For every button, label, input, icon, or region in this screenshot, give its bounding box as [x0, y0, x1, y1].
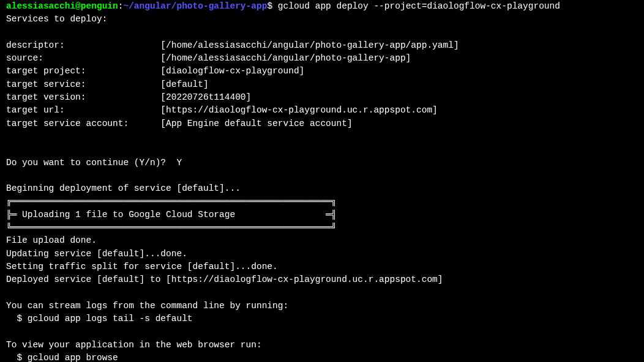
box-bottom: ╚═══════════════════════════════════════…	[6, 223, 337, 232]
terminal-output[interactable]: alessiasacchi@penguin:~/angular/photo-ga…	[6, 0, 638, 362]
beginning-line: Beginning deployment of service [default…	[6, 183, 241, 193]
target-project-line: target project: [diaologflow-cx-playgrou…	[6, 66, 304, 76]
target-sa-line: target service account: [App Engine defa…	[6, 119, 353, 128]
stream-logs-line: You can stream logs from the command lin…	[6, 301, 288, 311]
source-line: source: [/home/alessiasacchi/angular/pho…	[6, 53, 411, 63]
prompt-user: alessiasacchi@penguin	[6, 1, 118, 11]
browse-cmd-line: $ gcloud app browse	[6, 353, 118, 362]
target-version-line: target version: [20220726t114400]	[6, 92, 251, 102]
descriptor-line: descriptor: [/home/alessiasacchi/angular…	[6, 40, 459, 50]
target-url-line: target url: [https://diaologflow-cx-play…	[6, 105, 438, 115]
file-upload-line: File upload done.	[6, 235, 97, 245]
box-top: ╔═══════════════════════════════════════…	[6, 196, 337, 206]
services-header: Services to deploy:	[6, 14, 107, 24]
traffic-line: Setting traffic split for service [defau…	[6, 262, 278, 272]
prompt-line: alessiasacchi@penguin:~/angular/photo-ga…	[6, 1, 560, 11]
view-app-line: To view your application in the web brow…	[6, 340, 262, 350]
logs-cmd-line: $ gcloud app logs tail -s default	[6, 314, 193, 323]
command-text: gcloud app deploy --project=diaologflow-…	[278, 1, 560, 11]
prompt-dollar: $	[267, 1, 277, 11]
continue-prompt: Do you want to continue (Y/n)? Y	[6, 158, 182, 168]
updating-line: Updating service [default]...done.	[6, 249, 187, 259]
prompt-path: ~/angular/photo-gallery-app	[123, 1, 267, 11]
box-mid: ╠═ Uploading 1 file to Google Cloud Stor…	[6, 210, 337, 220]
deployed-line: Deployed service [default] to [https://d…	[6, 275, 443, 284]
target-service-line: target service: [default]	[6, 79, 209, 89]
